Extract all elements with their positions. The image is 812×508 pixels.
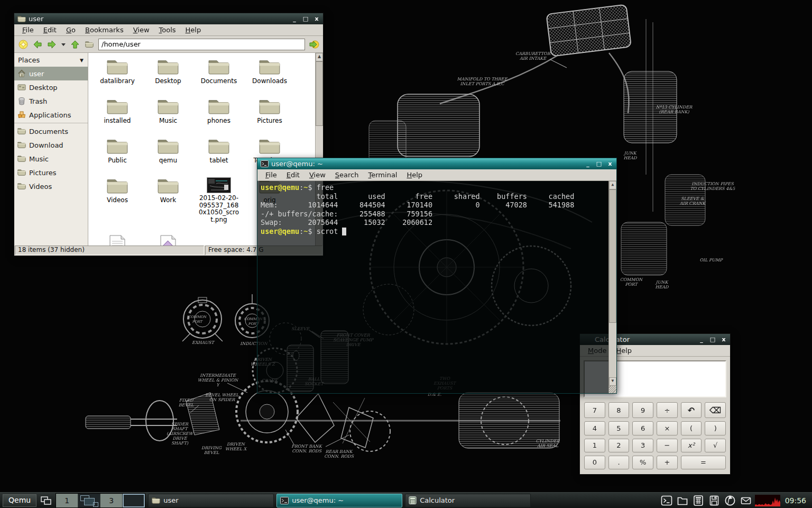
floppy-tray-icon[interactable]: [708, 495, 720, 506]
close-icon[interactable]: x: [607, 159, 613, 169]
file-item[interactable]: phones: [193, 94, 244, 134]
sidebar-item-documents[interactable]: Documents: [14, 124, 88, 138]
calc-button-2[interactable]: 2: [608, 439, 630, 452]
calc-button-9[interactable]: 9: [632, 402, 653, 418]
path-input[interactable]: [98, 39, 305, 50]
cpu-usage-graph[interactable]: [754, 495, 781, 506]
sidebar-item-user[interactable]: user: [14, 67, 88, 80]
calc-button-add[interactable]: +: [657, 456, 678, 469]
calc-button-close-paren[interactable]: ): [705, 421, 726, 435]
iconify-all-icon[interactable]: [39, 495, 53, 506]
file-item[interactable]: [92, 231, 143, 246]
file-item[interactable]: tablet: [193, 134, 244, 174]
calc-button-decimal[interactable]: .: [608, 456, 630, 469]
mail-tray-icon[interactable]: [740, 495, 752, 506]
calc-button-0[interactable]: 0: [584, 456, 605, 469]
terminal-tray-icon[interactable]: [661, 495, 672, 506]
scrollbar-thumb[interactable]: [609, 189, 616, 323]
term-menu-search[interactable]: Search: [330, 169, 364, 180]
calc-button-undo[interactable]: ↶: [681, 402, 702, 418]
calc-button-open-paren[interactable]: (: [681, 421, 702, 435]
scrollbar-thumb[interactable]: [316, 61, 323, 126]
file-item[interactable]: Public: [92, 134, 143, 174]
file-item[interactable]: installed: [92, 94, 143, 134]
fm-menu-help[interactable]: Help: [181, 24, 206, 35]
calc-button-3[interactable]: 3: [632, 439, 653, 452]
sidebar-item-pictures[interactable]: Pictures: [14, 166, 88, 179]
new-tab-button[interactable]: [18, 39, 29, 50]
term-menu-view[interactable]: View: [304, 169, 330, 180]
taskbar-task-user[interactable]: user: [148, 494, 274, 507]
term-menu-terminal[interactable]: Terminal: [364, 169, 402, 180]
workspace-3[interactable]: 3: [100, 494, 123, 507]
sidebar-item-download[interactable]: Download: [14, 138, 88, 152]
back-button[interactable]: [32, 39, 43, 50]
file-item[interactable]: Desktop: [143, 55, 193, 94]
file-item[interactable]: qemu: [143, 134, 193, 174]
file-item[interactable]: Downloads: [244, 55, 295, 94]
calculator-tray-icon[interactable]: [693, 495, 704, 506]
scroll-down-icon[interactable]: ▼: [609, 377, 616, 386]
go-button[interactable]: [309, 39, 319, 50]
calc-button-8[interactable]: 8: [608, 402, 630, 418]
fm-menu-bookmarks[interactable]: Bookmarks: [80, 24, 128, 35]
file-item[interactable]: Work: [143, 174, 193, 231]
swirl-tray-icon[interactable]: [724, 495, 736, 506]
file-item[interactable]: Videos: [92, 174, 143, 231]
file-item[interactable]: datalibrary: [92, 55, 143, 94]
workspace-1[interactable]: 1: [56, 494, 78, 507]
calc-button-multiply[interactable]: ×: [657, 421, 678, 435]
maximize-icon[interactable]: □: [596, 159, 602, 169]
calc-button-backspace[interactable]: ⌫: [705, 402, 726, 418]
terminal-titlebar[interactable]: user@qemu: ~ _ □ x: [257, 158, 616, 169]
file-item[interactable]: Pictures: [244, 94, 295, 134]
calc-button-4[interactable]: 4: [584, 421, 605, 435]
minimize-icon[interactable]: _: [585, 159, 591, 169]
terminal-scrollbar[interactable]: ▲ ▼: [608, 181, 616, 393]
minimize-icon[interactable]: _: [291, 14, 298, 24]
sidebar-item-applications[interactable]: Applications: [14, 108, 88, 122]
file-item[interactable]: 2015-02-20-095537_1680x1050_scrot.png: [193, 174, 244, 231]
places-header[interactable]: Places ▼: [14, 54, 88, 67]
fm-menu-file[interactable]: File: [17, 24, 39, 35]
close-icon[interactable]: x: [721, 335, 727, 344]
close-icon[interactable]: x: [313, 14, 320, 24]
calc-button-7[interactable]: 7: [584, 402, 605, 418]
workspace-4[interactable]: [123, 494, 145, 507]
forward-button[interactable]: [47, 39, 57, 50]
up-button[interactable]: [70, 39, 80, 50]
sidebar-item-music[interactable]: Music: [14, 152, 88, 166]
term-menu-file[interactable]: File: [261, 169, 282, 180]
calc-button-1[interactable]: 1: [584, 439, 605, 452]
fm-menu-edit[interactable]: Edit: [39, 24, 61, 35]
fm-menu-view[interactable]: View: [128, 24, 154, 35]
resize-grip[interactable]: [609, 386, 616, 393]
folder-button[interactable]: [84, 39, 95, 50]
file-item[interactable]: Documents: [193, 55, 244, 94]
history-dropdown-icon[interactable]: [61, 39, 66, 50]
minimize-icon[interactable]: _: [698, 335, 705, 344]
calc-button-divide[interactable]: ÷: [657, 402, 678, 418]
fm-menu-tools[interactable]: Tools: [154, 24, 181, 35]
workspace-2[interactable]: [78, 494, 100, 507]
term-menu-edit[interactable]: Edit: [282, 169, 304, 180]
taskbar-task-calculator[interactable]: Calculator: [405, 494, 531, 507]
taskbar-task-user-qemu-[interactable]: user@qemu: ~: [276, 494, 402, 507]
scroll-up-icon[interactable]: ▲: [609, 181, 616, 189]
calc-button-6[interactable]: 6: [632, 421, 653, 435]
scroll-up-icon[interactable]: ▲: [316, 53, 323, 61]
sidebar-item-desktop[interactable]: Desktop: [14, 80, 88, 94]
applications-menu-button[interactable]: Qemu: [3, 494, 36, 507]
terminal-content[interactable]: user@qemu:~$ free total used free shared…: [257, 181, 616, 393]
file-item[interactable]: [143, 231, 193, 246]
maximize-icon[interactable]: □: [302, 14, 309, 24]
maximize-icon[interactable]: □: [709, 335, 716, 344]
folder-tray-icon[interactable]: [677, 495, 688, 506]
calc-button-square-root[interactable]: √: [705, 439, 726, 452]
fm-menu-go[interactable]: Go: [61, 24, 80, 35]
calc-button-5[interactable]: 5: [608, 421, 630, 435]
sidebar-item-videos[interactable]: Videos: [14, 179, 88, 193]
calc-button-equals[interactable]: =: [681, 456, 726, 469]
calc-button-square[interactable]: x²: [681, 439, 702, 452]
calc-button-subtract[interactable]: −: [657, 439, 678, 452]
